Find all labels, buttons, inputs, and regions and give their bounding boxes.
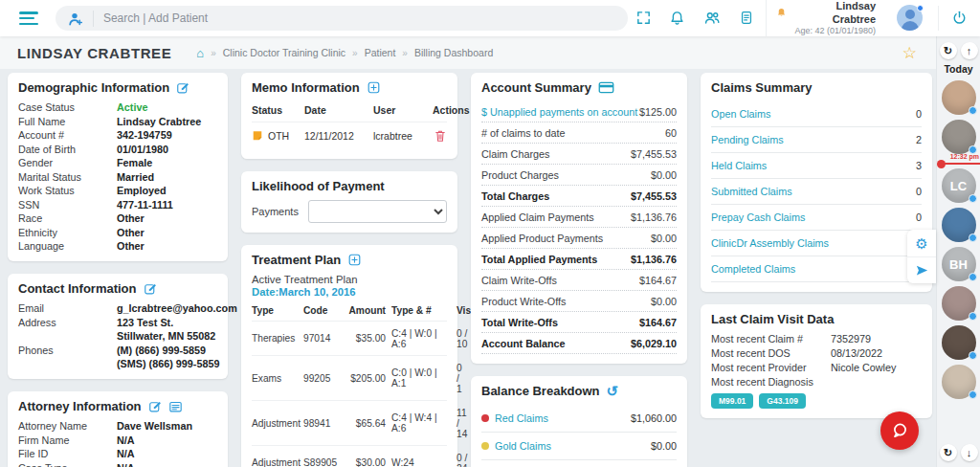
last-claim-panel: Last Claim Visit Data Most recent Claim … xyxy=(701,304,932,418)
appointment-avatar[interactable] xyxy=(942,365,976,399)
diagnosis-code-badge[interactable]: G43.109 xyxy=(759,393,806,409)
tp-amount: $205.00 xyxy=(345,373,390,384)
payment-card-icon[interactable] xyxy=(598,81,614,94)
add-memo-icon[interactable] xyxy=(367,80,381,95)
field-value: Lindsay Crabtree xyxy=(117,116,217,127)
refresh-icon: ↻ xyxy=(944,448,952,458)
account-row-label[interactable]: Applied Product Payments xyxy=(481,233,603,244)
claims-summary-link[interactable]: Submitted Claims xyxy=(711,186,792,197)
arrow-down-icon: ↓ xyxy=(967,448,972,458)
notifications-bell-icon[interactable] xyxy=(662,6,693,31)
patient-avatar[interactable] xyxy=(897,5,923,31)
chat-bubble-icon xyxy=(890,421,909,440)
likelihood-title: Likelihood of Payment xyxy=(252,179,385,193)
rail-scroll-up-button[interactable]: ↑ xyxy=(961,42,978,59)
last-claim-value: 08/13/2022 xyxy=(831,347,922,359)
claims-summary-row: Prepay Cash Claims 0 xyxy=(711,205,922,231)
tp-code: 99205 xyxy=(303,373,344,384)
chat-button[interactable] xyxy=(880,411,919,450)
field-label: File ID xyxy=(18,448,117,459)
field-label: Marital Status xyxy=(18,171,117,183)
appointment-avatar[interactable]: LC xyxy=(942,168,976,203)
status-dot xyxy=(969,106,977,115)
top-bar: Lindsay Crabtree Age: 42 (01/01/1980) xyxy=(0,0,980,36)
appointment-avatar[interactable] xyxy=(942,208,976,242)
claims-summary-title: Claims Summary xyxy=(711,80,813,95)
claims-summary-link[interactable]: Pending Claims xyxy=(711,134,784,145)
tp-visits: 11 / 14 xyxy=(451,408,467,439)
claims-summary-link[interactable]: Prepay Cash Claims xyxy=(711,211,805,223)
appointment-avatar[interactable] xyxy=(942,325,976,360)
field-value: N/A xyxy=(117,448,217,459)
edit-icon[interactable] xyxy=(148,400,162,413)
menu-icon[interactable] xyxy=(19,11,38,25)
last-claim-title: Last Claim Visit Data xyxy=(711,312,834,326)
settings-gear-icon[interactable]: ⚙ xyxy=(907,230,936,256)
appointment-avatar[interactable] xyxy=(942,120,976,154)
account-row-label[interactable]: Total Charges xyxy=(481,190,549,202)
documents-icon[interactable] xyxy=(731,6,762,31)
claims-summary-row: Pending Claims 2 xyxy=(711,127,922,153)
account-row-label[interactable]: # of claims to date xyxy=(481,127,566,139)
claims-summary-link[interactable]: ClinicDr Assembly Claims xyxy=(711,237,829,249)
claims-summary-link[interactable]: Completed Claims xyxy=(711,263,795,275)
add-treatment-icon[interactable] xyxy=(347,253,362,267)
tp-visits: 0 / 24 xyxy=(451,453,467,467)
send-icon[interactable] xyxy=(907,256,936,283)
account-row-label[interactable]: Total Applied Payments xyxy=(481,254,597,265)
delete-memo-trash-icon[interactable] xyxy=(433,129,447,143)
current-patient-chip[interactable]: Lindsay Crabtree Age: 42 (01/01/1980) xyxy=(766,0,885,35)
account-row-label[interactable]: $ Unapplied payments on account xyxy=(481,106,637,118)
memo-status-code: OTH xyxy=(268,130,289,142)
appointment-avatar[interactable] xyxy=(942,286,976,321)
fullscreen-icon[interactable] xyxy=(628,6,658,31)
balance-claim-link[interactable]: Red Claims xyxy=(481,412,548,424)
appointment-avatar[interactable] xyxy=(942,80,976,115)
account-row-label[interactable]: Product Write-Offs xyxy=(481,296,566,307)
home-icon[interactable]: ⌂ xyxy=(196,47,204,59)
field-value: (SMS) (866) 999-5859 xyxy=(117,358,237,369)
account-row-label[interactable]: Total Write-Offs xyxy=(481,317,558,328)
account-row-label[interactable]: Applied Claim Payments xyxy=(481,211,594,223)
account-row-label[interactable]: Claim Charges xyxy=(481,148,549,160)
attorney-card-icon[interactable] xyxy=(168,400,183,413)
rail-scroll-down-button[interactable]: ↓ xyxy=(961,444,978,461)
search-input[interactable] xyxy=(103,11,616,25)
patients-group-icon[interactable] xyxy=(697,6,727,31)
attorney-title: Attorney Information xyxy=(18,399,142,413)
account-row-label[interactable]: Claim Write-Offs xyxy=(481,275,557,286)
patient-search[interactable] xyxy=(56,6,628,31)
page-title: LINDSAY CRABTREE xyxy=(17,45,171,61)
history-icon[interactable]: ↺ xyxy=(607,384,619,398)
favorite-star-icon[interactable]: ☆ xyxy=(902,45,917,61)
arrow-up-icon: ↑ xyxy=(967,46,972,56)
breadcrumb-item[interactable]: Billing Dashboard xyxy=(414,47,493,58)
edit-icon[interactable] xyxy=(144,282,157,296)
rail-refresh-button[interactable]: ↻ xyxy=(940,42,957,59)
payments-select[interactable] xyxy=(308,200,447,223)
balance-row: Purple Claims $145.00 xyxy=(481,460,677,467)
status-dot xyxy=(969,273,977,281)
memo-col-user: User xyxy=(373,104,433,116)
field-value: Active xyxy=(117,101,217,113)
breadcrumb-item[interactable]: Clinic Doctor Training Clinic xyxy=(223,47,345,58)
rail-refresh-button-bottom[interactable]: ↻ xyxy=(940,444,957,461)
claims-summary-link[interactable]: Open Claims xyxy=(711,108,770,120)
last-claim-value xyxy=(831,376,922,388)
account-row-label[interactable]: Account Balance xyxy=(481,338,566,349)
balance-claim-link[interactable]: Gold Claims xyxy=(481,440,551,452)
claims-summary-link[interactable]: Held Claims xyxy=(711,160,767,171)
tp-col-mix: Type & # xyxy=(391,305,449,316)
field-label: SSN xyxy=(18,199,117,211)
appointment-avatar[interactable]: BH xyxy=(942,247,976,281)
account-summary-row: Total Write-Offs $164.67 xyxy=(481,312,677,333)
dashboard-content: Demographic Information Case Status Acti… xyxy=(0,69,936,467)
tp-code: 97014 xyxy=(303,333,344,344)
account-row-label[interactable]: Product Charges xyxy=(481,169,559,181)
diagnosis-code-badge[interactable]: M99.01 xyxy=(711,393,753,409)
breadcrumb-item[interactable]: Patient xyxy=(365,47,396,58)
field-label: Account # xyxy=(18,129,117,141)
logout-power-icon[interactable] xyxy=(938,6,969,31)
edit-icon[interactable] xyxy=(176,81,189,95)
breadcrumb: ⌂ » Clinic Doctor Training Clinic » Pati… xyxy=(196,47,493,59)
